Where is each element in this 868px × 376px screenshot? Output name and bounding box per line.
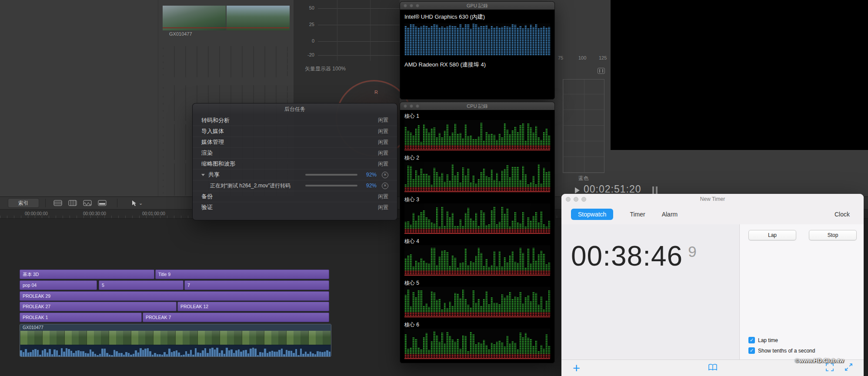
title-clip[interactable]: 5 [99, 280, 184, 290]
title-clip[interactable]: pop 04 [20, 280, 97, 290]
ruler-timecode: 00:00:00:00 [25, 211, 48, 216]
disclosure-triangle-icon[interactable] [201, 174, 205, 176]
add-button[interactable]: + [573, 362, 580, 375]
index-button[interactable]: 索引 [8, 198, 39, 208]
task-row: 缩略图和波形 闲置 [193, 158, 397, 169]
task-row: 验证 闲置 [193, 202, 397, 213]
background-tasks-title[interactable]: 后台任务 [193, 103, 397, 115]
checkbox-checked-icon: ✓ [748, 347, 755, 354]
clip-name-label: GX010477 [169, 31, 192, 37]
clip-thumbnail[interactable] [163, 6, 226, 30]
task-status: 闲置 [378, 150, 388, 157]
fullscreen-icon[interactable] [826, 363, 834, 373]
video-clip-waveform [20, 345, 331, 356]
progress-bar [305, 174, 357, 176]
clip-height-icon[interactable] [96, 198, 108, 208]
clip-appearance-list-icon[interactable] [52, 198, 64, 208]
select-tool-button[interactable]: ⌄ [131, 200, 143, 206]
zoom-button[interactable] [581, 197, 586, 202]
cancel-task-button[interactable]: ✕ [382, 183, 388, 189]
cpu-window-titlebar[interactable]: CPU 記錄 [400, 102, 554, 110]
expand-icon[interactable] [845, 363, 852, 373]
task-status: 闲置 [378, 139, 388, 146]
task-row: 转码和分析 闲置 [193, 115, 397, 126]
title-clip[interactable]: PROLEAK 12 [177, 302, 329, 311]
video-clip-name: GX010477 [20, 324, 331, 331]
core-label: 核心 4 [404, 238, 550, 245]
task-status: 闲置 [378, 204, 388, 211]
toolbar-separator [45, 199, 46, 207]
close-button[interactable] [404, 4, 407, 7]
stop-button[interactable]: Stop [809, 230, 857, 240]
video-clip[interactable]: GX010477 [20, 324, 331, 357]
title-clip[interactable]: PROLEAK 29 [20, 291, 329, 301]
minimize-button[interactable] [410, 4, 413, 7]
tab-stopwatch[interactable]: Stopwatch [571, 209, 613, 220]
play-icon[interactable] [575, 187, 580, 193]
zoom-button[interactable] [416, 4, 419, 7]
title-clip[interactable]: 7 [184, 280, 329, 290]
task-status: 闲置 [378, 160, 388, 168]
tab-clock[interactable]: Clock [835, 209, 850, 220]
tab-alarm[interactable]: Alarm [662, 209, 678, 220]
clip-thumbnail[interactable] [163, 46, 290, 77]
task-label: 验证 [201, 203, 378, 211]
tab-timer[interactable]: Timer [630, 209, 645, 220]
task-label: 缩略图和波形 [201, 160, 378, 168]
library-book-icon[interactable] [708, 363, 718, 373]
core-label: 核心 5 [404, 280, 550, 287]
core-activity-graph [404, 120, 550, 150]
cancel-task-button[interactable]: ✕ [382, 172, 388, 178]
scope-axis-label: 0 [294, 38, 314, 43]
task-label: 共享 [208, 171, 305, 179]
histogram-grid [563, 79, 604, 173]
timer-window-titlebar[interactable]: New Timer [561, 194, 864, 204]
ruler-timecode: 00:00:30:00 [83, 211, 106, 216]
task-label: 备份 [201, 193, 378, 200]
task-row-share: 共享 92% ✕ [193, 169, 397, 180]
stopwatch-display-pane: 00:38:469 [561, 224, 739, 359]
core-activity-graph [404, 329, 550, 359]
gpu-name: AMD Radeon RX 580 (連接埠 4) [404, 61, 550, 69]
pause-icon[interactable] [652, 186, 658, 194]
clip-appearance-waveform-icon[interactable] [81, 198, 93, 208]
timer-tabs: Stopwatch Timer Alarm Clock [561, 204, 864, 224]
title-clip[interactable]: Title 9 [155, 270, 329, 279]
watermark: ©www.HD.Club.tw [795, 357, 844, 364]
show-tenths-checkbox[interactable]: ✓ Show tenths of a second [748, 347, 815, 354]
title-clip[interactable]: PROLEAK 7 [143, 313, 329, 322]
task-row: 导入媒体 闲置 [193, 126, 397, 136]
core-activity-graph [404, 162, 550, 192]
close-button[interactable] [566, 197, 571, 202]
lap-time-checkbox[interactable]: ✓ Lap time [748, 337, 815, 343]
title-clip[interactable]: PROLEAK 27 [20, 302, 177, 311]
gpu2-activity-graph [404, 71, 550, 98]
minimize-button[interactable] [410, 104, 413, 108]
close-button[interactable] [404, 104, 407, 108]
task-row: 备份 闲置 [193, 191, 397, 202]
scope-gridline [318, 25, 400, 25]
gpu-window-titlebar[interactable]: GPU 記錄 [400, 2, 554, 10]
title-clip[interactable]: 基本 3D [20, 270, 154, 279]
histogram-icon[interactable] [598, 68, 605, 74]
video-clip-filmstrip [20, 331, 331, 345]
ruler-timecode: 00:01:00:00 [142, 211, 165, 216]
zoom-button[interactable] [416, 104, 419, 108]
task-label: 正在对“测试 h264_2.mov”进行转码 [201, 182, 305, 190]
task-label: 导入媒体 [201, 127, 378, 135]
lap-button[interactable]: Lap [748, 230, 796, 240]
minimize-button[interactable] [574, 197, 578, 202]
core-label: 核心 6 [404, 321, 550, 329]
scope-axis-label: 50 [294, 5, 314, 10]
marker-line [163, 27, 289, 28]
timecode-display[interactable]: 00:02:51:20 [584, 183, 641, 195]
clip-thumbnail[interactable] [227, 6, 290, 30]
core-activity-graph [404, 245, 550, 276]
clip-appearance-filmstrip-icon[interactable] [67, 198, 79, 208]
chevron-down-icon: ⌄ [139, 200, 143, 206]
traffic-lights [404, 4, 419, 7]
scope-gridline [337, 0, 337, 61]
gpu-window-title: GPU 記錄 [400, 3, 554, 9]
title-clip[interactable]: PROLEAK 1 [20, 313, 142, 322]
progress-percent: 92% [362, 183, 377, 189]
